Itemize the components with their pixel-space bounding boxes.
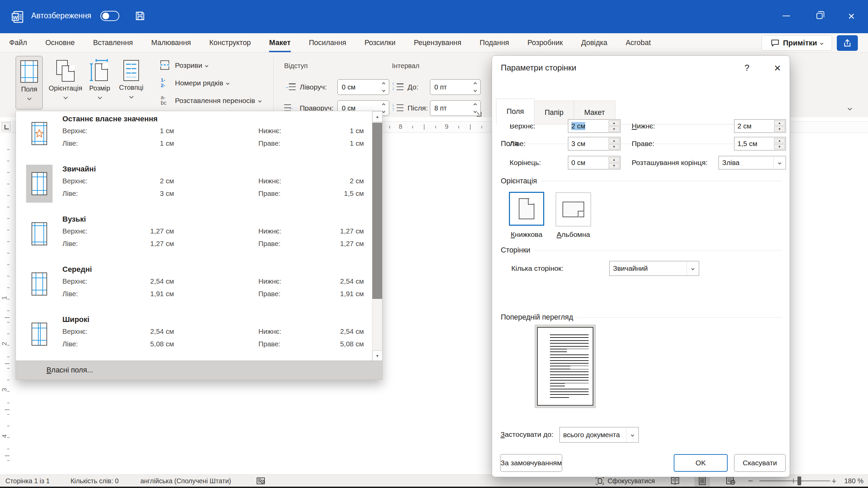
tab-view[interactable]: Подання	[471, 33, 518, 52]
zoom-slider-thumb[interactable]	[797, 476, 801, 485]
tab-developer[interactable]: Розробник	[518, 33, 572, 52]
paragraph-dialog-launcher-icon[interactable]	[476, 111, 483, 118]
right-margin-input[interactable]: 1,5 см ▲▼	[734, 137, 786, 150]
preset-title: Середні	[62, 265, 92, 274]
zoom-slider-track[interactable]	[760, 481, 830, 481]
scrollbar-up-icon[interactable]: ▲	[372, 111, 382, 122]
page-indicator[interactable]: Сторінка 1 із 1	[5, 475, 50, 487]
landscape-option[interactable]	[556, 192, 591, 226]
hyphenation-label: Розставлення переносів	[175, 97, 255, 105]
dialog-close-button[interactable]: ×	[769, 60, 786, 75]
margins-preset-wide[interactable]: Широкі Верхнє:2,54 смНижнє:2,54 см Ліве:…	[16, 314, 371, 364]
hyphenation-button[interactable]: a-bc Розставлення переносів	[159, 93, 261, 109]
collapse-ribbon-button[interactable]	[848, 105, 851, 111]
margins-preset-normal[interactable]: Звичайні Верхнє:2 смНижнє:2 см Ліве:3 см…	[16, 163, 371, 214]
indent-left-input[interactable]: 0 см	[337, 79, 389, 95]
spinner[interactable]: ▲▼	[609, 157, 619, 168]
save-icon[interactable]	[135, 11, 145, 21]
multiple-pages-dropdown[interactable]: Звичайний	[609, 261, 699, 276]
set-default-button[interactable]: За замовчуванням	[500, 454, 562, 472]
zoom-slider-notch	[793, 479, 794, 483]
tab-design[interactable]: Конструктор	[200, 33, 260, 52]
gutter-position-dropdown[interactable]: Зліва	[718, 156, 786, 169]
restore-button[interactable]	[812, 8, 827, 24]
tab-help[interactable]: Довідка	[572, 33, 616, 52]
text-predictions-icon[interactable]	[256, 475, 265, 487]
scrollbar-down-icon[interactable]: ▼	[372, 350, 382, 361]
dialog-help-button[interactable]: ?	[739, 61, 754, 75]
custom-margins-item[interactable]: Власні поля...	[16, 361, 382, 380]
autosave-toggle[interactable]	[100, 11, 119, 21]
preset-icon-box-selected	[26, 165, 53, 203]
margins-preset-moderate[interactable]: Середні Верхнє:2,54 смНижнє:2,54 см Ліве…	[16, 264, 371, 314]
portrait-label: Книжкова	[509, 230, 544, 239]
gutter-input[interactable]: 0 см ▲▼	[568, 156, 620, 169]
indent-left-row: → Ліворуч:	[284, 79, 327, 95]
tab-review[interactable]: Рецензування	[405, 33, 470, 52]
close-button[interactable]: ×	[844, 8, 859, 24]
orientation-button-label: Орієнтація	[48, 84, 82, 92]
preset-values: Верхнє:2,54 смНижнє:2,54 см Ліве:5,08 см…	[62, 327, 364, 348]
portrait-icon	[519, 198, 534, 219]
breaks-button[interactable]: Розриви	[159, 57, 208, 74]
preview-legend: Попередній перегляд	[501, 313, 782, 322]
tab-home[interactable]: Основне	[36, 33, 84, 52]
spinner[interactable]: ▲▼	[609, 120, 619, 132]
line-numbers-button[interactable]: 1-2- Номери рядків	[159, 75, 229, 91]
margins-preset-icon	[32, 172, 47, 195]
ruler-number: 3	[1, 386, 8, 393]
margins-preset-narrow[interactable]: Вузькі Верхнє:1,27 смНижнє:1,27 см Ліве:…	[16, 214, 371, 264]
ribbon-tab-row: Файл Основне Вставлення Малювання Констр…	[0, 33, 868, 53]
share-button[interactable]	[837, 35, 858, 51]
spinner[interactable]: ▲▼	[609, 138, 619, 149]
tab-insert[interactable]: Вставлення	[84, 33, 142, 52]
portrait-option[interactable]	[509, 192, 544, 226]
size-button[interactable]: Розмір	[85, 60, 114, 99]
spacing-after-input[interactable]: 8 пт	[430, 100, 481, 116]
orientation-button[interactable]: Орієнтація	[48, 60, 83, 99]
gutter-position-value: Зліва	[722, 159, 739, 167]
dropdown-scrollbar[interactable]: ▲ ▼	[372, 111, 382, 361]
margins-preset-icon	[32, 222, 47, 245]
bottom-margin-input[interactable]: 2 см ▲▼	[734, 119, 786, 133]
tab-stop-selector[interactable]	[2, 122, 11, 131]
restore-icon	[816, 13, 823, 19]
columns-button[interactable]: Стовпці	[117, 60, 146, 98]
margins-button[interactable]: Поля	[16, 56, 43, 109]
spacing-after-label: Після:	[408, 104, 428, 112]
line-numbers-icon: 1-2-	[159, 77, 172, 89]
multiple-pages-label: Кілька сторінок:	[511, 262, 563, 275]
zoom-level[interactable]: 180 %	[844, 475, 864, 487]
gutter-value: 0 см	[571, 159, 585, 167]
top-margin-input[interactable]: 2 см ▲▼	[568, 119, 620, 133]
tab-mailings[interactable]: Розсилки	[355, 33, 405, 52]
zoom-in-button[interactable]: +	[831, 475, 836, 487]
spinner[interactable]: ▲▼	[774, 138, 785, 149]
right-margin-label: Праве:	[632, 137, 654, 150]
tab-references[interactable]: Посилання	[300, 33, 355, 52]
left-margin-input[interactable]: 3 см ▲▼	[568, 137, 620, 150]
dialog-title: Параметри сторінки	[501, 63, 576, 73]
vertical-ruler[interactable]: 1 2 3 4	[0, 136, 10, 473]
spinner[interactable]: ▲▼	[774, 120, 785, 132]
dialog-tab-margins[interactable]: Поля	[496, 99, 534, 124]
scrollbar-thumb[interactable]	[372, 123, 382, 299]
comments-button[interactable]: Примітки	[762, 35, 832, 51]
language-indicator[interactable]: англійська (Сполучені Штати)	[140, 475, 231, 487]
spinner[interactable]	[472, 81, 478, 93]
word-count[interactable]: Кількість слів: 0	[71, 475, 119, 487]
minimize-button[interactable]	[778, 8, 794, 24]
spacing-before-input[interactable]: 0 пт	[430, 79, 481, 95]
tab-acrobat[interactable]: Acrobat	[616, 33, 660, 52]
tab-draw[interactable]: Малювання	[142, 33, 200, 52]
tab-layout[interactable]: Макет	[260, 33, 300, 52]
preset-values: Верхнє:2,54 смНижнє:2,54 см Ліве:1,91 см…	[62, 277, 364, 298]
ruler-number: 9	[445, 123, 449, 130]
ok-button[interactable]: OK	[674, 454, 728, 472]
apply-to-dropdown[interactable]: всього документа	[559, 427, 639, 443]
tab-file[interactable]: Файл	[0, 33, 36, 52]
margins-preset-last-custom[interactable]: Останнє власне значення Верхнє:1 смНижнє…	[16, 113, 371, 163]
cancel-button[interactable]: Скасувати	[734, 454, 786, 472]
bottom-margin-label: Нижнє:	[632, 119, 655, 133]
spinner[interactable]	[380, 81, 387, 93]
